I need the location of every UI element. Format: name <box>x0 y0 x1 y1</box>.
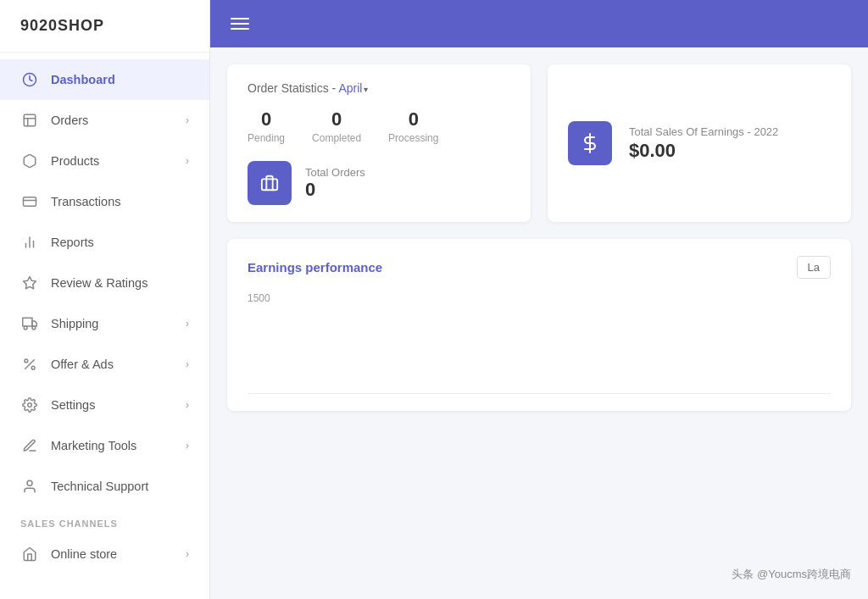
processing-value: 0 <box>388 108 438 130</box>
processing-stat: 0 Processing <box>388 108 438 144</box>
sidebar-item-marketing-tools[interactable]: Marketing Tools › <box>0 425 209 466</box>
month-selector[interactable]: April <box>338 81 362 95</box>
sidebar-item-offer-ads-label: Offer & Ads <box>51 358 114 371</box>
svg-rect-1 <box>24 114 36 126</box>
earnings-title: Total Sales Of Earnings - 2022 <box>629 125 778 138</box>
sidebar: 9020SHOP Dashboard Orders › <box>0 0 210 599</box>
earnings-icon <box>568 121 612 165</box>
shipping-chevron: › <box>186 318 189 330</box>
svg-line-14 <box>25 360 35 369</box>
main-content: Order Statistics - April▾ 0 Pending 0 Co… <box>210 0 868 599</box>
sidebar-item-review-ratings[interactable]: Review & Ratings <box>0 263 209 303</box>
sidebar-item-dashboard[interactable]: Dashboard <box>0 59 209 100</box>
sidebar-item-online-store-label: Online store <box>51 547 117 561</box>
shipping-icon <box>20 314 39 333</box>
products-chevron: › <box>186 155 189 167</box>
sidebar-item-marketing-tools-label: Marketing Tools <box>51 439 136 452</box>
technical-support-icon <box>20 477 39 496</box>
chart-y-label: 1500 <box>248 292 270 304</box>
svg-rect-10 <box>23 318 32 326</box>
total-orders-row: Total Orders 0 <box>248 161 510 205</box>
processing-label: Processing <box>388 132 438 144</box>
sidebar-item-online-store[interactable]: Online store › <box>0 534 209 574</box>
svg-rect-19 <box>262 179 277 190</box>
completed-label: Completed <box>312 132 361 144</box>
total-orders-info: Total Orders 0 <box>305 166 365 201</box>
svg-point-18 <box>27 480 32 485</box>
order-statistics-card: Order Statistics - April▾ 0 Pending 0 Co… <box>227 64 531 222</box>
performance-header: Earnings performance La <box>248 256 831 279</box>
chart-area: 1500 <box>248 292 831 394</box>
review-icon <box>20 274 39 292</box>
topbar <box>210 0 868 47</box>
completed-stat: 0 Completed <box>312 108 361 144</box>
settings-chevron: › <box>186 399 189 411</box>
sidebar-item-reports[interactable]: Reports <box>0 222 209 263</box>
svg-point-15 <box>25 359 28 363</box>
sidebar-item-products[interactable]: Products › <box>0 141 209 181</box>
earnings-card: Total Sales Of Earnings - 2022 $0.00 <box>548 64 851 222</box>
reports-icon <box>20 233 39 252</box>
offer-ads-icon <box>20 355 39 374</box>
orders-icon <box>20 111 39 130</box>
content-area: Order Statistics - April▾ 0 Pending 0 Co… <box>210 47 868 599</box>
earnings-value: $0.00 <box>629 140 778 162</box>
sidebar-item-shipping-label: Shipping <box>51 317 98 330</box>
total-orders-label: Total Orders <box>305 166 365 179</box>
sidebar-item-settings[interactable]: Settings › <box>0 385 209 425</box>
svg-marker-11 <box>32 321 36 326</box>
app-logo: 9020SHOP <box>0 0 209 53</box>
svg-point-16 <box>31 366 35 369</box>
sidebar-item-technical-support[interactable]: Technical Support <box>0 466 209 507</box>
earnings-performance-card: Earnings performance La 1500 <box>227 239 851 411</box>
sidebar-item-dashboard-label: Dashboard <box>51 73 115 86</box>
performance-title: Earnings performance <box>248 260 382 275</box>
settings-icon <box>20 396 39 414</box>
sidebar-item-transactions[interactable]: Transactions <box>0 181 209 222</box>
order-statistics-title: Order Statistics - April▾ <box>248 81 510 95</box>
sidebar-item-transactions-label: Transactions <box>51 195 120 208</box>
sidebar-item-reports-label: Reports <box>51 236 94 249</box>
total-orders-value: 0 <box>305 179 365 201</box>
sidebar-item-orders-label: Orders <box>51 114 88 127</box>
sidebar-item-products-label: Products <box>51 154 99 168</box>
sidebar-item-offer-ads[interactable]: Offer & Ads › <box>0 344 209 385</box>
sidebar-item-settings-label: Settings <box>51 398 95 412</box>
marketing-tools-icon <box>20 436 39 455</box>
dashboard-icon <box>20 70 39 89</box>
earnings-info: Total Sales Of Earnings - 2022 $0.00 <box>629 125 778 162</box>
total-orders-icon <box>248 161 292 205</box>
svg-point-12 <box>24 326 27 330</box>
online-store-icon <box>20 545 39 563</box>
sidebar-item-orders[interactable]: Orders › <box>0 100 209 141</box>
order-stats-row: 0 Pending 0 Completed 0 Processing <box>248 108 510 144</box>
pending-value: 0 <box>248 108 285 130</box>
svg-marker-9 <box>24 277 36 289</box>
sales-channels-label: SALES CHANNELS <box>0 507 209 534</box>
sidebar-item-shipping[interactable]: Shipping › <box>0 303 209 344</box>
completed-value: 0 <box>312 108 361 130</box>
performance-filter-button[interactable]: La <box>797 256 831 279</box>
menu-button[interactable] <box>231 18 249 30</box>
pending-label: Pending <box>248 132 285 144</box>
orders-chevron: › <box>186 114 189 126</box>
sidebar-item-technical-support-label: Technical Support <box>51 480 148 493</box>
pending-stat: 0 Pending <box>248 108 285 144</box>
products-icon <box>20 152 39 170</box>
svg-point-13 <box>32 326 36 330</box>
stats-cards-row: Order Statistics - April▾ 0 Pending 0 Co… <box>227 64 851 222</box>
svg-point-17 <box>28 403 32 408</box>
month-dropdown-arrow[interactable]: ▾ <box>364 85 368 94</box>
marketing-tools-chevron: › <box>186 440 189 452</box>
svg-rect-4 <box>24 197 36 207</box>
offer-ads-chevron: › <box>186 358 189 370</box>
transactions-icon <box>20 192 39 211</box>
sidebar-nav: Dashboard Orders › Products › <box>0 53 209 599</box>
sidebar-item-review-ratings-label: Review & Ratings <box>51 276 147 290</box>
online-store-chevron: › <box>186 548 189 560</box>
